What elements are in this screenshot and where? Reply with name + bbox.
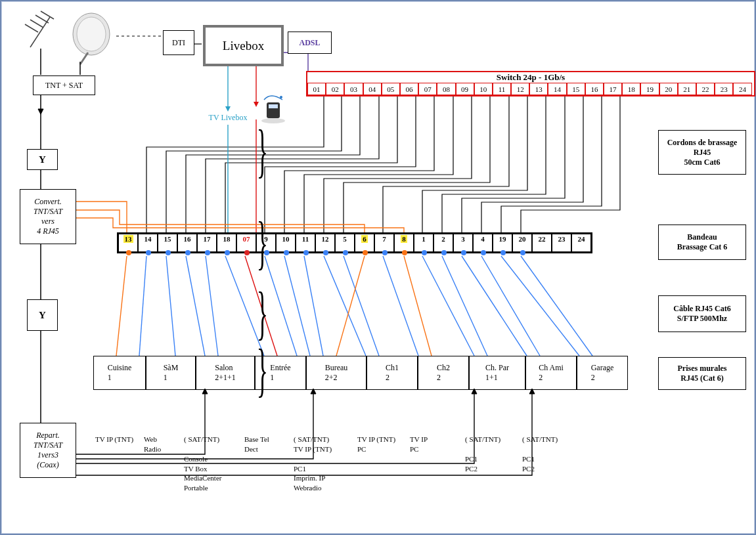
panel-port-22: 22	[532, 234, 552, 252]
room-garage: Garage 2	[577, 356, 628, 390]
switch-title: Switch 24p - 1Gb/s	[307, 72, 754, 83]
panel-port-20: 20	[512, 234, 532, 252]
coax-splitter: Repart. TNT/SAT 1vers3 (Coax)	[20, 423, 76, 478]
tnt-sat-label: TNT + SAT	[45, 81, 83, 91]
switch-port-14: 14	[548, 83, 566, 95]
room-ch1: Ch1 2	[367, 356, 418, 390]
legend-prises: Prises murales RJ45 (Cat 6)	[658, 357, 746, 390]
room-devices: Web Radio	[144, 435, 161, 454]
panel-port-4: 4	[473, 234, 493, 252]
switch-port-10: 10	[474, 83, 493, 95]
switch-port-20: 20	[659, 83, 678, 95]
room-devices: ( SAT/TNT) TV IP (TNT) PC1 Imprim. IP We…	[294, 435, 332, 493]
svg-text:}: }	[257, 118, 268, 184]
tv-livebox-label: TV Livebox	[202, 111, 254, 124]
legend-cable: Câble RJ45 Cat6 S/FTP 500Mhz	[658, 295, 746, 332]
svg-line-43	[404, 256, 432, 356]
panel-port-18: 18	[217, 234, 236, 252]
switch-port-07: 07	[418, 83, 437, 95]
svg-point-23	[261, 118, 285, 123]
rooms-row: Cuisine 1SàM 1Salon 2+1+1Entrée 1Bureau …	[93, 356, 628, 390]
svg-line-29	[265, 256, 297, 356]
svg-line-26	[186, 256, 205, 356]
room-devices: Base Tel Dect	[244, 435, 269, 454]
svg-rect-21	[269, 104, 278, 108]
room-bureau: Bureau 2+2	[306, 356, 367, 390]
panel-port-11: 11	[296, 234, 315, 252]
svg-line-32	[324, 256, 366, 356]
svg-marker-11	[38, 109, 43, 114]
svg-line-24	[139, 256, 146, 356]
svg-line-31	[304, 256, 323, 356]
panel-port-15: 15	[158, 234, 177, 252]
switch-port-21: 21	[678, 83, 696, 95]
panel-port-3: 3	[453, 234, 473, 252]
switch-port-24: 24	[733, 83, 751, 95]
adsl-box: ADSL	[288, 32, 332, 54]
switch-port-23: 23	[715, 83, 733, 95]
room-devices: TV IP PC	[410, 435, 428, 454]
svg-point-22	[280, 96, 282, 98]
svg-text:}: }	[257, 280, 268, 346]
svg-point-6	[77, 17, 106, 51]
svg-line-37	[462, 256, 527, 356]
panel-port-1: 1	[414, 234, 434, 252]
tntsat-rj45-converter: Convert. TNT/SAT vers 4 RJ45	[20, 189, 76, 244]
livebox-box: Livebox	[203, 25, 284, 66]
room-ch ami: Ch Ami 2	[525, 356, 577, 390]
patch-panel: 131415161718079101112567812341920222324	[117, 232, 592, 253]
y-splitter-2: Y	[27, 299, 58, 331]
svg-line-7	[80, 53, 88, 64]
switch-port-19: 19	[640, 83, 659, 95]
panel-port-7: 7	[374, 234, 394, 252]
room-devices: TV IP (TNT)	[95, 435, 133, 444]
panel-port-07: 07	[236, 234, 256, 252]
dti-label: DTI	[172, 38, 185, 48]
dti-box: DTI	[163, 30, 194, 55]
room-devices: ( SAT/TNT) PC1 PC2	[465, 435, 500, 473]
svg-line-27	[206, 256, 218, 356]
svg-line-39	[501, 256, 579, 356]
panel-port-10: 10	[276, 234, 296, 252]
svg-line-33	[344, 256, 379, 356]
svg-line-28	[225, 256, 264, 356]
room-salon: Salon 2+1+1	[196, 356, 255, 390]
panel-port-14: 14	[138, 234, 158, 252]
switch-port-09: 09	[456, 83, 474, 95]
switch-port-02: 02	[326, 83, 344, 95]
room-devices: ( SAT/TNT) Console TV Box MediaCenter Po…	[184, 435, 221, 493]
tnt-sat-box: TNT + SAT	[33, 75, 95, 95]
adsl-label: ADSL	[299, 38, 320, 48]
panel-port-16: 16	[177, 234, 197, 252]
switch-port-06: 06	[400, 83, 418, 95]
switch-port-11: 11	[493, 83, 511, 95]
switch-port-03: 03	[344, 83, 363, 95]
diagram-frame: } } } } TNT + SAT DTI Livebox ADSL TV Li…	[0, 0, 756, 535]
panel-port-19: 19	[493, 234, 512, 252]
svg-line-42	[336, 256, 365, 356]
switch-port-15: 15	[567, 83, 585, 95]
svg-rect-20	[267, 102, 280, 118]
svg-line-38	[481, 256, 540, 356]
switch-port-12: 12	[511, 83, 529, 95]
panel-port-5: 5	[335, 234, 355, 252]
svg-line-36	[442, 256, 487, 356]
panel-port-23: 23	[552, 234, 571, 252]
svg-line-4	[41, 11, 54, 19]
panel-port-17: 17	[197, 234, 217, 252]
svg-line-2	[30, 20, 43, 28]
switch-port-05: 05	[382, 83, 400, 95]
room-sàm: SàM 1	[146, 356, 196, 390]
switch-port-01: 01	[307, 83, 326, 95]
switch-port-08: 08	[437, 83, 455, 95]
room-entrée: Entrée 1	[255, 356, 306, 390]
switch-port-16: 16	[585, 83, 604, 95]
svg-line-0	[30, 17, 50, 47]
panel-port-6: 6	[355, 234, 374, 252]
room-cuisine: Cuisine 1	[93, 356, 146, 390]
svg-line-44	[245, 256, 277, 356]
switch-port-22: 22	[696, 83, 715, 95]
y-splitter-1: Y	[27, 149, 58, 170]
panel-port-9: 9	[256, 234, 276, 252]
panel-port-8: 8	[394, 234, 414, 252]
